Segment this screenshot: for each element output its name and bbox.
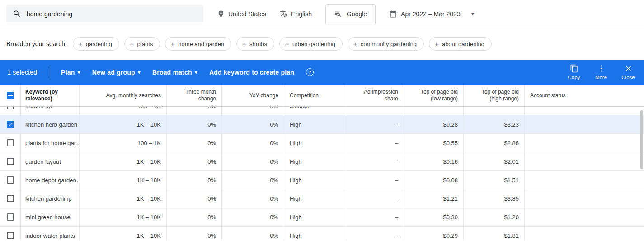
keyword-cell: plants for home gar…: [20, 134, 79, 152]
ad-impression-share-cell: –: [346, 115, 404, 133]
table-row: plants for home gar… 100 – 1K 0% 0% High…: [0, 134, 644, 152]
location-selector[interactable]: United States: [217, 10, 266, 18]
bid-high-cell: $1.20: [463, 208, 524, 226]
row-checkbox-cell: [0, 189, 20, 208]
language-selector[interactable]: English: [280, 10, 312, 18]
close-icon: [624, 64, 633, 73]
col-header-competition[interactable]: Competition: [284, 85, 346, 106]
help-icon[interactable]: ?: [306, 68, 314, 76]
language-label: English: [291, 10, 312, 18]
broaden-chip-home-and-garden[interactable]: +home and garden: [165, 37, 231, 51]
three-month-change-cell: 0%: [166, 208, 221, 226]
broaden-chip-urban-gardening[interactable]: +urban gardening: [279, 37, 343, 51]
row-checkbox[interactable]: [7, 107, 14, 109]
selected-count: 1 selected: [7, 69, 37, 76]
account-status-cell: [524, 107, 644, 115]
plus-icon: +: [285, 40, 289, 48]
account-status-cell: [524, 227, 644, 241]
bid-high-cell: $2.01: [463, 152, 524, 170]
account-status-cell: [524, 189, 644, 208]
keyword-cell: indoor water plants: [20, 227, 79, 241]
yoy-change-cell: 0%: [221, 189, 284, 208]
row-checkbox[interactable]: [7, 195, 14, 202]
add-keyword-button[interactable]: Add keyword to create plan: [209, 69, 294, 76]
chevron-down-icon: ▾: [471, 11, 475, 17]
row-checkbox[interactable]: [7, 213, 14, 221]
search-icon: [13, 9, 21, 18]
competition-cell: High: [284, 208, 346, 226]
keyword-cell: kitchen herb garden: [20, 115, 79, 133]
keyword-cell: mini green house: [20, 208, 79, 226]
three-month-change-cell: 0%: [166, 107, 221, 115]
search-input-box[interactable]: [6, 5, 203, 22]
three-month-change-cell: 0%: [166, 134, 221, 152]
col-header-account-status[interactable]: Account status: [524, 85, 644, 106]
bid-low-cell: $1.21: [404, 189, 463, 208]
yoy-change-cell: 0%: [221, 115, 284, 133]
date-range-selector[interactable]: Apr 2022 – Mar 2023 ▾: [389, 10, 474, 18]
account-status-cell: [524, 152, 644, 170]
plus-icon: +: [130, 40, 134, 48]
chip-label: home and garden: [178, 41, 224, 47]
broaden-chip-about-gardening[interactable]: +about gardening: [429, 37, 492, 51]
avg-searches-cell: 1K – 10K: [79, 189, 166, 208]
col-header-top-bid-high[interactable]: Top of page bid (high range): [463, 85, 524, 106]
broaden-chip-plants[interactable]: +plants: [124, 37, 160, 51]
bid-high-cell: $2.88: [463, 134, 524, 152]
ad-impression-share-cell: –: [346, 134, 404, 152]
bid-low-cell: $0.16: [404, 152, 463, 170]
keyword-cell: kitchen gardening: [20, 189, 79, 208]
account-status-cell: [524, 115, 644, 133]
broaden-chip-community-gardening[interactable]: +community gardening: [348, 37, 424, 51]
avg-searches-cell: 1K – 10K: [79, 208, 166, 226]
plus-icon: +: [242, 40, 246, 48]
col-header-three-month-change[interactable]: Three month change: [166, 85, 221, 106]
table-row: mini green house 1K – 10K 0% 0% High – $…: [0, 208, 644, 227]
col-header-avg-monthly-searches[interactable]: Avg. monthly searches: [79, 85, 166, 106]
yoy-change-cell: 0%: [221, 227, 284, 241]
competition-cell: High: [284, 115, 346, 133]
broaden-search-row: Broaden your search: +gardening +plants …: [0, 28, 644, 60]
more-vert-icon: [597, 64, 606, 73]
select-all-checkbox[interactable]: [7, 92, 14, 99]
more-label: More: [595, 75, 607, 80]
bid-high-cell: –: [463, 107, 524, 115]
row-checkbox-cell: [0, 171, 20, 189]
ad-impression-share-cell: –: [346, 171, 404, 189]
more-button[interactable]: More: [592, 64, 610, 80]
account-status-cell: [524, 134, 644, 152]
broaden-chip-gardening[interactable]: +gardening: [73, 37, 119, 51]
col-header-yoy-change[interactable]: YoY change: [221, 85, 284, 106]
bid-high-cell: $1.51: [463, 171, 524, 189]
location-pin-icon: [217, 10, 225, 18]
three-month-change-cell: 0%: [166, 115, 221, 133]
new-ad-group-menu-button[interactable]: New ad group▾: [92, 69, 141, 76]
row-checkbox[interactable]: [7, 121, 14, 128]
col-header-ad-impression-share[interactable]: Ad impression share: [346, 85, 404, 106]
broad-match-menu-button[interactable]: Broad match▾: [152, 69, 197, 76]
row-checkbox[interactable]: [7, 139, 14, 146]
row-checkbox[interactable]: [7, 176, 14, 184]
yoy-change-cell: 0%: [221, 152, 284, 170]
row-checkbox[interactable]: [7, 232, 14, 239]
row-checkbox-cell: [0, 134, 20, 152]
avg-searches-cell: 100 – 1K: [79, 134, 166, 152]
row-checkbox[interactable]: [7, 158, 14, 165]
chip-label: plants: [137, 41, 153, 47]
competition-cell: High: [284, 152, 346, 170]
close-button[interactable]: Close: [620, 64, 637, 80]
broaden-chip-shrubs[interactable]: +shrubs: [236, 37, 274, 51]
plan-menu-button[interactable]: Plan▾: [61, 69, 80, 76]
vertical-scrollbar[interactable]: [640, 110, 643, 169]
col-header-keyword[interactable]: Keyword (by relevance): [20, 85, 79, 106]
col-header-top-bid-low[interactable]: Top of page bid (low range): [404, 85, 463, 106]
copy-button[interactable]: Copy: [565, 64, 583, 80]
table-row: kitchen gardening 1K – 10K 0% 0% High – …: [0, 189, 644, 208]
calendar-icon: [389, 10, 397, 18]
row-checkbox-cell: [0, 152, 20, 170]
search-input[interactable]: [27, 10, 197, 18]
yoy-change-cell: 0%: [221, 171, 284, 189]
row-checkbox-cell: [0, 115, 20, 133]
network-selector[interactable]: Google: [325, 4, 376, 24]
avg-searches-cell: 1K – 10K: [79, 171, 166, 189]
